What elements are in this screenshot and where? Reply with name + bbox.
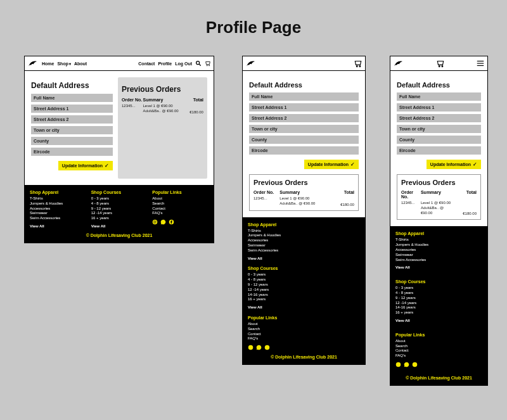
footer-viewall[interactable]: View All [248, 305, 302, 310]
nav-home[interactable]: Home [42, 61, 54, 66]
footer-link[interactable]: Accessories [248, 238, 302, 243]
footer-link[interactable]: Swimwear [30, 211, 86, 216]
whatsapp-icon[interactable] [404, 362, 409, 368]
footer-link[interactable]: 9 - 12 years [91, 207, 148, 212]
county-field[interactable]: County [31, 137, 113, 145]
footer-link[interactable]: 16 + years [91, 216, 148, 221]
footer-viewall[interactable]: View All [30, 224, 86, 229]
footer-link[interactable]: 12 -14 years [248, 288, 302, 293]
nav-contact[interactable]: Contact [138, 61, 155, 66]
footer-link[interactable]: Contact [248, 332, 302, 337]
email-icon[interactable] [248, 345, 254, 351]
footer-link[interactable]: Swim Accessories [30, 216, 86, 221]
footer-link[interactable]: 4 - 8 years [248, 277, 302, 283]
whatsapp-icon[interactable] [256, 345, 262, 351]
footer-link[interactable]: Contact [395, 348, 482, 353]
cart-icon[interactable] [354, 59, 363, 68]
footer-link[interactable]: 14-16 years [395, 305, 482, 310]
update-info-button[interactable]: Update Information✓ [304, 160, 359, 169]
footer-link[interactable]: Search [152, 201, 209, 207]
footer-link[interactable]: 12 -14 years [91, 211, 148, 216]
search-icon[interactable] [195, 60, 202, 67]
footer-link[interactable]: 14-16 years [248, 293, 302, 298]
town-field[interactable]: Town or city [31, 126, 113, 134]
dolphin-logo-icon [27, 58, 39, 69]
cart-icon[interactable] [436, 59, 445, 68]
footer-viewall[interactable]: View All [395, 265, 482, 270]
footer-link[interactable]: Search [248, 327, 302, 332]
nav-shop[interactable]: Shop▾ [57, 61, 71, 66]
footer-viewall[interactable]: View All [395, 319, 482, 324]
footer-link[interactable]: About [152, 196, 209, 201]
mobile-frame: Default Address Full Name Street Address… [390, 56, 488, 386]
orders-heading: Previous Orders [254, 179, 354, 186]
facebook-icon[interactable] [412, 362, 418, 368]
footer-link[interactable]: 9 - 12 years [395, 296, 482, 301]
county-field[interactable]: County [249, 136, 359, 144]
cart-icon[interactable] [205, 60, 211, 67]
nav-profile[interactable]: Profile [158, 61, 172, 66]
fullname-field[interactable]: Full Name [397, 92, 481, 101]
footer-link[interactable]: FAQ's [395, 353, 482, 359]
footer-link[interactable]: Jumpers & Hoodies [395, 243, 482, 248]
table-row[interactable]: 12345... Level 1 @ €90.00Adult&Ba.. @ €9… [122, 104, 203, 114]
facebook-icon[interactable] [264, 345, 270, 351]
footer-link[interactable]: T-Shirts [30, 196, 86, 201]
email-icon[interactable] [395, 362, 401, 368]
town-field[interactable]: Town or city [397, 125, 481, 133]
footer-courses: Shop Courses 0 - 3 years 4 - 8 years 9 -… [248, 266, 302, 310]
footer-link[interactable]: Contact [152, 207, 209, 212]
facebook-icon[interactable] [169, 219, 174, 226]
town-field[interactable]: Town or city [249, 125, 359, 133]
eircode-field[interactable]: Eircode [249, 146, 359, 155]
footer-link[interactable]: 9 - 12 years [248, 283, 302, 288]
footer-link[interactable]: 16 + years [248, 297, 302, 302]
footer-popular: Popular Links About Search Contact FAQ's… [152, 190, 209, 229]
footer-link[interactable]: Accessories [30, 207, 86, 212]
footer-link[interactable]: Swim Accessories [248, 248, 302, 253]
footer-link[interactable]: T-Shirts [395, 238, 482, 243]
fullname-field[interactable]: Full Name [31, 94, 113, 102]
fullname-field[interactable]: Full Name [249, 92, 359, 101]
footer-link[interactable]: Jumpers & Hoodies [248, 233, 302, 238]
footer-link[interactable]: FAQ's [248, 336, 302, 341]
footer-link[interactable]: 0 - 3 years [395, 286, 482, 291]
footer-link[interactable]: Swimwear [395, 253, 482, 258]
footer-link[interactable]: 0 - 3 years [91, 196, 148, 201]
update-info-button[interactable]: Update Information✓ [58, 161, 113, 170]
street1-field[interactable]: Street Address 1 [397, 103, 481, 111]
eircode-field[interactable]: Eircode [31, 148, 113, 156]
footer-viewall[interactable]: View All [248, 257, 302, 262]
street2-field[interactable]: Street Address 2 [249, 114, 359, 122]
footer-link[interactable]: Accessories [395, 248, 482, 253]
footer-link[interactable]: 12 -14 years [395, 301, 482, 306]
street2-field[interactable]: Street Address 2 [397, 114, 481, 122]
street1-field[interactable]: Street Address 1 [31, 105, 113, 113]
footer-link[interactable]: 4 - 8 years [395, 291, 482, 296]
county-field[interactable]: County [397, 136, 481, 144]
navbar [390, 56, 487, 71]
footer-link[interactable]: About [248, 322, 302, 327]
footer-link[interactable]: Search [395, 344, 482, 349]
table-row[interactable]: 12345... Level 1 @ €90.00Adult&Ba.. @ €9… [401, 201, 477, 215]
eircode-field[interactable]: Eircode [397, 146, 481, 155]
footer-link[interactable]: 4 - 8 years [91, 201, 148, 207]
table-row[interactable]: 12345... Level 1 @ €90.00Adult&Ba.. @ €9… [254, 196, 354, 207]
footer-link[interactable]: FAQ's [152, 211, 209, 216]
nav-logout[interactable]: Log Out [175, 61, 192, 66]
footer-link[interactable]: T-Shirts [248, 229, 302, 234]
street2-field[interactable]: Street Address 2 [31, 115, 113, 124]
footer-link[interactable]: About [395, 339, 482, 344]
email-icon[interactable]: @ [152, 219, 158, 226]
update-info-button[interactable]: Update Information✓ [427, 160, 481, 169]
menu-icon[interactable] [476, 59, 485, 68]
whatsapp-icon[interactable] [160, 219, 166, 226]
footer-viewall[interactable]: View All [91, 224, 148, 229]
street1-field[interactable]: Street Address 1 [249, 103, 359, 111]
footer-link[interactable]: 16 + years [395, 310, 482, 315]
footer-link[interactable]: 0 - 3 years [248, 272, 302, 277]
footer-link[interactable]: Jumpers & Hoodies [30, 201, 86, 207]
footer-link[interactable]: Swim Accessories [395, 258, 482, 263]
footer-link[interactable]: Swimwear [248, 243, 302, 248]
nav-about[interactable]: About [74, 61, 87, 66]
